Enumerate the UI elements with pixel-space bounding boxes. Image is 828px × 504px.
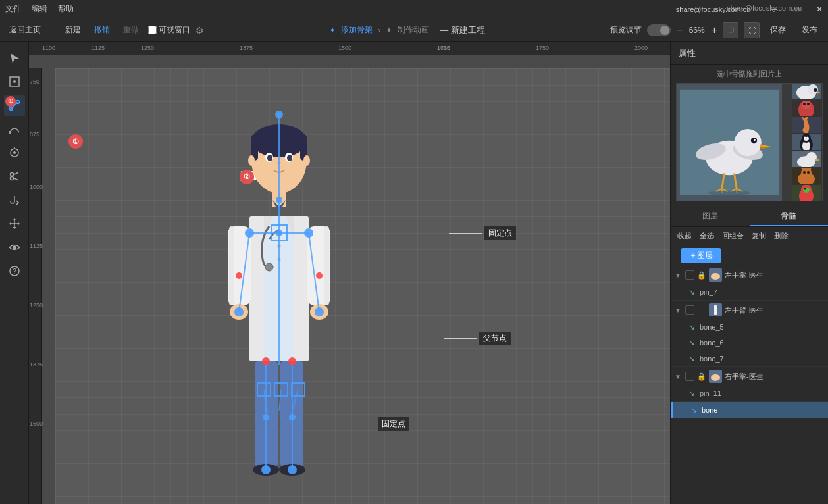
tab-bones[interactable]: 骨骼 [750,207,829,226]
svg-rect-40 [324,226,329,305]
preview-area [676,83,823,201]
close-btn[interactable]: ✕ [816,5,823,14]
undo-button[interactable]: 撤销 [90,23,114,37]
step2-label[interactable]: 制作动画 [398,24,429,36]
viewport-checkbox-label[interactable]: 可视窗口 [148,24,190,36]
pin11-icon: ↘ [686,388,697,399]
tool-hook[interactable] [4,189,25,211]
new-button[interactable]: 新建 [61,23,85,37]
canvas-content[interactable]: ① ② 添加骨骼 [55,68,670,504]
tool-bone[interactable]: ① [4,95,25,116]
thumb-5[interactable] [792,151,821,167]
menu-email: share@focusky.com.cn [727,4,802,12]
tool-move[interactable] [4,213,25,234]
add-layer-button[interactable]: ＋图层 [681,248,721,263]
pin7-icon: ↘ [686,287,697,297]
toolbar-center: ✦ 添加骨架 › ✦ 制作动画 — 新建工程 [209,24,605,36]
zoom-in-button[interactable]: + [712,25,717,36]
lock-left-arm[interactable]: | [697,306,706,314]
collapse-button[interactable]: 收起 [675,230,694,242]
project-title: — 新建工程 [440,24,485,36]
add-layer-area: ＋图层 [671,245,828,266]
publish-button[interactable]: 发布 [796,23,823,37]
thumb-6[interactable] [792,168,821,184]
svg-point-68 [288,465,297,474]
tool-transform[interactable] [4,71,25,92]
svg-point-58 [304,228,313,238]
preview-main[interactable] [677,84,782,201]
visibility-right-hand[interactable] [685,372,694,381]
tool-select[interactable] [4,47,25,68]
menu-edit[interactable]: 编辑 [32,3,47,14]
svg-point-49 [276,197,282,203]
right-panel: 属性 选中骨骼拖到图片上 [670,42,828,504]
layer-group-left-arm-header[interactable]: ▼ | 左手臂-医生 [671,301,828,319]
layer-toolbar: 收起 全选 回组合 复制 删除 [671,227,828,245]
group-button[interactable]: 回组合 [719,230,746,242]
label-fixed-point-2: 固定点 [378,417,409,431]
tool-help[interactable]: ? [4,261,25,282]
svg-marker-97 [817,91,821,94]
select-all-button[interactable]: 全选 [697,230,717,242]
viewport-checkbox[interactable] [148,26,157,34]
thumb-4[interactable] [792,134,821,150]
tool-scissors[interactable] [4,166,25,187]
tab-layers[interactable]: 图层 [671,207,750,226]
svg-line-11 [13,178,18,180]
step1-label[interactable]: 添加骨架 [341,24,373,36]
svg-line-10 [13,172,18,175]
layer-item-bone7[interactable]: ↘ bone_7 [671,351,828,366]
settings-icon[interactable]: ⚙ [195,25,204,36]
svg-point-52 [276,230,282,236]
menu-help[interactable]: 帮助 [58,3,74,14]
save-button[interactable]: 保存 [765,23,791,37]
delete-button[interactable]: 删除 [771,230,791,242]
svg-point-65 [263,414,269,420]
tool-rotate[interactable] [4,142,25,163]
layer-item-bone5[interactable]: ↘ bone_5 [671,319,828,335]
lock-left-hand[interactable]: 🔒 [697,271,706,280]
bone5-name: bone_5 [700,323,724,331]
svg-point-1 [13,80,16,83]
thumb-1[interactable] [792,84,821,99]
svg-point-8 [10,173,13,176]
fullscreen-button[interactable]: ⛶ [744,22,760,38]
fit-view-button[interactable]: ⊡ [723,22,738,38]
layer-group-right-hand-header[interactable]: ▼ 🔒 右手掌-医生 [671,367,828,386]
expand-left-hand-icon: ▼ [675,272,683,279]
svg-point-55 [234,307,244,316]
lock-right-hand[interactable]: 🔒 [697,372,706,381]
svg-point-94 [708,190,751,195]
thumb-7[interactable] [792,185,821,201]
visibility-left-arm[interactable] [685,305,694,315]
layer-item-pin11[interactable]: ↘ pin_11 [671,386,828,401]
zoom-out-button[interactable]: − [676,25,682,36]
layer-group-right-hand: ▼ 🔒 右手掌-医生 ↘ pin_11 [671,367,828,402]
layer-item-bone-bottom[interactable]: ↘ bone [671,402,828,418]
canvas-area[interactable]: 1100 1125 1250 1375 1500 1625 1750 2000 … [29,42,670,504]
character-figure [213,95,345,503]
thumb-left-hand [709,268,722,282]
redo-button[interactable]: 重做 [119,23,143,37]
tool-badge: ① [5,96,16,107]
bone7-name: bone_7 [700,355,724,363]
tool-eye[interactable] [4,237,25,258]
thumb-2[interactable] [792,101,821,116]
visibility-left-hand[interactable] [685,270,694,280]
svg-point-25 [303,155,310,166]
ruler-left: 750 875 1000 1125 1250 1375 1500 [29,68,42,504]
layer-item-bone6[interactable]: ↘ bone_6 [671,335,828,351]
duplicate-button[interactable]: 复制 [749,230,769,242]
tab-bar: 图层 骨骼 [671,207,828,227]
thumb-3[interactable] [792,117,821,133]
preview-toggle[interactable] [647,24,671,36]
layer-group-left-hand-header[interactable]: ▼ 🔒 左手掌-医生 [671,266,828,284]
layer-item-pin7[interactable]: ↘ pin_7 [671,284,828,300]
tool-curve[interactable] [4,118,25,139]
svg-marker-113 [815,159,820,161]
menu-file[interactable]: 文件 [5,3,21,14]
svg-point-56 [236,272,242,279]
svg-point-59 [315,307,324,316]
bone7-icon: ↘ [686,353,697,364]
back-home-button[interactable]: 返回主页 [5,23,45,37]
